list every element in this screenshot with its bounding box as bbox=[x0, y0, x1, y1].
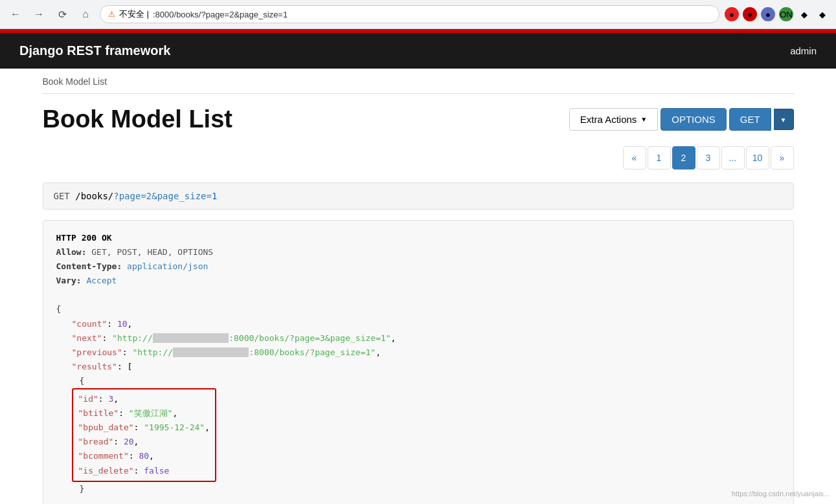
pagination: « 1 2 3 ... 10 » bbox=[623, 146, 794, 170]
http-status: HTTP 200 OK bbox=[56, 233, 112, 243]
back-button[interactable]: ← bbox=[6, 5, 25, 23]
json-bcomment: "bcomment": 80, bbox=[78, 449, 210, 463]
header-content-type: Content-Type: application/json bbox=[56, 259, 780, 274]
json-btitle: "btitle": "笑傲江湖", bbox=[78, 406, 210, 421]
json-results: "results": [ bbox=[56, 360, 780, 374]
json-id: "id": 3, bbox=[78, 392, 210, 406]
watermark: https://blog.csdn.net/yuanjais... bbox=[732, 490, 830, 498]
options-label: OPTIONS bbox=[672, 114, 716, 125]
json-previous: "previous": "http://xxxxxxxxxxxxxxx:8000… bbox=[56, 345, 780, 360]
page-next-button[interactable]: » bbox=[771, 146, 794, 170]
address-bar[interactable]: ⚠ 不安全 | :8000/books/?page=2&page_size=1 bbox=[100, 5, 719, 23]
ext-icon-1[interactable]: ● bbox=[725, 7, 739, 21]
home-button[interactable]: ⌂ bbox=[76, 5, 95, 23]
json-record-close: } bbox=[56, 482, 780, 496]
ext-icon-3[interactable]: ● bbox=[761, 7, 775, 21]
header-allow: Allow: GET, POST, HEAD, OPTIONS bbox=[56, 245, 780, 259]
json-open-brace: { bbox=[56, 302, 780, 316]
url-insecure-label: 不安全 | bbox=[119, 8, 149, 20]
refresh-button[interactable]: ⟳ bbox=[53, 5, 71, 23]
extra-actions-label: Extra Actions bbox=[580, 114, 637, 125]
header-allow-key: Allow: bbox=[56, 247, 87, 257]
ext-icon-6[interactable]: ◆ bbox=[815, 7, 830, 21]
main-content: Book Model List Book Model List Extra Ac… bbox=[30, 69, 807, 504]
forward-button[interactable]: → bbox=[30, 5, 48, 23]
page-3-button[interactable]: 3 bbox=[697, 146, 720, 170]
pagination-row: « 1 2 3 ... 10 » bbox=[43, 140, 794, 182]
get-caret-button[interactable]: ▼ bbox=[774, 109, 794, 130]
page-10-button[interactable]: 10 bbox=[746, 146, 769, 170]
http-status-line: HTTP 200 OK bbox=[56, 231, 780, 245]
url-display: :8000/books/?page=2&page_size=1 bbox=[153, 10, 288, 19]
header-content-type-val: application/json bbox=[127, 261, 208, 271]
ext-icon-5[interactable]: ◆ bbox=[797, 7, 811, 21]
extra-actions-caret-icon: ▼ bbox=[640, 116, 647, 123]
request-bar: GET /books/?page=2&page_size=1 bbox=[43, 182, 794, 210]
ext-icon-2[interactable]: ● bbox=[743, 7, 757, 21]
extra-actions-button[interactable]: Extra Actions ▼ bbox=[569, 108, 658, 131]
json-count: "count": 10, bbox=[56, 317, 780, 331]
json-bpub-date: "bpub_date": "1995-12-24", bbox=[78, 421, 210, 435]
browser-bar: ← → ⟳ ⌂ ⚠ 不安全 | :8000/books/?page=2&page… bbox=[0, 0, 836, 29]
request-path: /books/?page=2&page_size=1 bbox=[75, 191, 217, 201]
action-buttons: Extra Actions ▼ OPTIONS GET ▼ bbox=[569, 108, 794, 131]
title-row: Book Model List Extra Actions ▼ OPTIONS … bbox=[43, 94, 794, 140]
json-record-open: { bbox=[56, 374, 780, 388]
browser-actions: ● ● ● ON ◆ ◆ bbox=[725, 7, 830, 21]
page-title: Book Model List bbox=[43, 105, 232, 133]
page-1-button[interactable]: 1 bbox=[648, 146, 671, 170]
header-vary: Vary: Accept bbox=[56, 274, 780, 288]
navbar-user[interactable]: admin bbox=[790, 45, 817, 56]
get-label: GET bbox=[740, 114, 760, 125]
response-block: HTTP 200 OK Allow: GET, POST, HEAD, OPTI… bbox=[43, 220, 794, 504]
navbar-brand: Django REST framework bbox=[19, 43, 170, 58]
breadcrumb-label: Book Model List bbox=[43, 76, 107, 87]
header-allow-val: GET, POST, HEAD, OPTIONS bbox=[91, 247, 213, 257]
json-next: "next": "http://xxxxxxxxxxxxxxx:8000/boo… bbox=[56, 331, 780, 345]
page-ellipsis: ... bbox=[721, 146, 745, 170]
header-vary-key: Vary: bbox=[56, 276, 82, 285]
highlighted-record: "id": 3, "btitle": "笑傲江湖", "bpub_date": … bbox=[72, 388, 217, 482]
json-is-delete: "is_delete": false bbox=[78, 464, 210, 478]
request-method: GET bbox=[54, 191, 70, 201]
warning-icon: ⚠ bbox=[108, 10, 115, 19]
page-2-button[interactable]: 2 bbox=[672, 146, 695, 170]
get-button[interactable]: GET bbox=[729, 108, 771, 131]
page-prev-button[interactable]: « bbox=[623, 146, 646, 170]
ext-icon-4[interactable]: ON bbox=[779, 7, 793, 21]
get-caret-icon: ▼ bbox=[780, 116, 787, 124]
header-vary-val: Accept bbox=[86, 276, 117, 285]
json-bread: "bread": 20, bbox=[78, 435, 210, 449]
header-content-type-key: Content-Type: bbox=[56, 261, 122, 271]
breadcrumb: Book Model List bbox=[43, 69, 794, 94]
options-button[interactable]: OPTIONS bbox=[661, 108, 727, 131]
navbar: Django REST framework admin bbox=[0, 33, 836, 69]
